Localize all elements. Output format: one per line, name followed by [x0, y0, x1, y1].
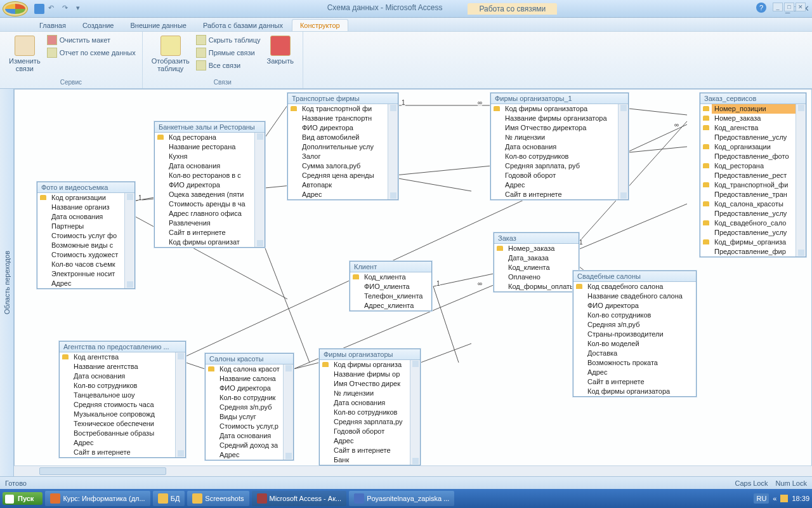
field[interactable]: Востребованные образы — [71, 429, 175, 438]
taskbar-item[interactable]: Screenshots — [187, 491, 249, 506]
field[interactable]: Дата_заказа — [506, 253, 579, 263]
field[interactable]: Электронные носит — [49, 269, 124, 279]
field[interactable]: Адрес — [49, 279, 124, 288]
field[interactable]: ФИО директора — [217, 384, 283, 393]
field[interactable]: Вид автомобилей — [299, 133, 388, 142]
field[interactable]: Оцека заведения (пяти — [166, 190, 254, 199]
field[interactable]: Адрес_клиента — [362, 301, 431, 311]
field[interactable]: Кол-во ресторанов в с — [166, 171, 254, 180]
table-header[interactable]: Фирмы организаторы_1 — [491, 93, 628, 104]
taskbar-item[interactable]: БД — [153, 491, 185, 506]
tab-external[interactable]: Внешние данные — [123, 20, 194, 31]
table-org1[interactable]: Фирмы организаторы_1 Код фирмы организат… — [490, 93, 629, 200]
field[interactable]: Кол-во сотрудников — [502, 152, 618, 161]
field[interactable]: Кол-во моделей — [585, 339, 696, 349]
field[interactable]: Возможность проката — [585, 358, 696, 368]
field-pk[interactable]: Код_клиента — [362, 272, 431, 282]
field-pk[interactable]: Номер_заказа — [506, 244, 579, 253]
field[interactable]: Предоставление_рест — [712, 171, 796, 180]
field[interactable]: Предоставление_услу — [712, 209, 796, 218]
field-pk[interactable]: Код ресторана — [166, 133, 254, 142]
field[interactable]: Сайт в интернете — [331, 446, 410, 455]
field[interactable]: Залог — [299, 152, 388, 161]
field[interactable]: Дата основания — [49, 212, 124, 222]
table-org[interactable]: Фирмы организаторы Код фирмы организа На… — [319, 349, 421, 465]
navigation-pane-collapsed[interactable]: Область переходов — [0, 89, 14, 476]
scrollbar[interactable] — [796, 104, 806, 257]
field[interactable]: Возможные виды с — [49, 241, 124, 250]
relationships-canvas[interactable]: 1 ∞ 1 ∞ 1 ∞ 1 Фото и видеосъемка Код орг… — [14, 89, 812, 476]
field-pk[interactable]: Код транспортной фи — [299, 104, 388, 114]
field[interactable]: Развлечения — [166, 218, 254, 228]
office-button[interactable] — [3, 1, 28, 17]
field-pk[interactable]: Код салона красот — [217, 364, 283, 374]
tray-icon[interactable] — [780, 495, 788, 502]
scrollbar[interactable] — [283, 364, 293, 460]
field[interactable]: Код фирмы организатора — [585, 387, 696, 396]
table-client[interactable]: Клиент Код_клиента ФИО_клиента Телефон_к… — [350, 261, 432, 311]
mdi-close-icon[interactable]: ✕ — [796, 3, 806, 11]
field[interactable]: Название ресторана — [166, 142, 254, 152]
hide-table-button[interactable]: Скрыть таблицу — [196, 34, 261, 46]
field[interactable]: Дата основания — [217, 431, 283, 441]
table-banquet[interactable]: Банкетные залы и Рестораны Код ресторана… — [154, 121, 265, 248]
field[interactable]: Код_фирмы_организа — [712, 237, 796, 247]
clear-layout-button[interactable]: Очистить макет — [47, 34, 136, 46]
tab-dbtools[interactable]: Работа с базами данных — [195, 20, 291, 31]
clock[interactable]: 18:39 — [792, 495, 809, 502]
field[interactable]: Музыкальное сопровожд — [71, 410, 175, 419]
field[interactable]: Предоставление_услу — [712, 133, 796, 142]
language-indicator[interactable]: RU — [754, 493, 769, 504]
horizontal-scrollbar[interactable] — [14, 465, 812, 476]
field[interactable]: Кол-во сотрудников — [331, 408, 410, 417]
field[interactable]: Средняя з/п,руб — [585, 320, 696, 330]
table-wedding[interactable]: Свадебные салоны Код свадебного салона Н… — [573, 271, 697, 397]
field[interactable]: Название фирмы ор — [331, 370, 410, 379]
start-button[interactable]: Пуск — [3, 492, 43, 505]
field[interactable]: Виды услуг — [217, 412, 283, 422]
field[interactable]: ФИО директора — [166, 180, 254, 190]
field[interactable]: ФИО директора — [585, 301, 696, 311]
field[interactable]: Средняя стоимость часа — [71, 400, 175, 410]
field[interactable]: Код_ресторана — [712, 161, 796, 171]
field[interactable]: Адрес — [502, 180, 618, 190]
field[interactable]: Адрес главного офиса — [166, 209, 254, 218]
field[interactable]: Оплачено — [506, 272, 579, 282]
field[interactable]: Имя Отчество дирек — [331, 379, 410, 389]
field-pk[interactable]: Код фирмы организатора — [502, 104, 618, 114]
table-salon[interactable]: Салоны красоты Код салона красот Названи… — [205, 353, 294, 460]
save-icon[interactable] — [34, 4, 44, 14]
field[interactable]: Кухня — [166, 152, 254, 161]
field[interactable]: Код_агенства — [712, 123, 796, 133]
table-order[interactable]: Заказ Номер_заказа Дата_заказа Код_клиен… — [494, 232, 579, 292]
all-relationships-button[interactable]: Все связи — [196, 60, 261, 71]
field-pk[interactable]: Код свадебного салона — [585, 282, 696, 291]
table-header[interactable]: Фирмы организаторы — [320, 349, 420, 360]
field[interactable]: Дополнительные услу — [299, 142, 388, 152]
scrollbar[interactable] — [175, 352, 185, 457]
close-button[interactable]: Закрыть — [265, 34, 296, 66]
field[interactable]: Предоставление_фото — [712, 152, 796, 161]
table-zakaz-servisov[interactable]: Заказ_сервисов Номер_позиции Номер_заказ… — [700, 93, 806, 257]
field[interactable]: Дата основания — [71, 371, 175, 381]
field[interactable]: Стоимость художест — [49, 250, 124, 260]
field[interactable]: Танцевальное шоу — [71, 391, 175, 400]
table-header[interactable]: Транспортые фирмы — [288, 93, 398, 104]
scrollbar[interactable] — [388, 104, 398, 199]
field[interactable]: ФИО директора — [299, 123, 388, 133]
tab-create[interactable]: Создание — [75, 20, 122, 31]
field[interactable]: Партнеры — [49, 222, 124, 231]
undo-icon[interactable]: ↶ — [48, 4, 58, 14]
table-transport[interactable]: Транспортые фирмы Код транспортной фи На… — [287, 93, 398, 200]
field[interactable]: Адрес — [299, 190, 388, 199]
table-header[interactable]: Клиент — [350, 262, 431, 272]
relationship-report-button[interactable]: Отчет по схеме данных — [47, 47, 136, 58]
table-photo[interactable]: Фото и видеосъемка Код организации Назва… — [37, 182, 135, 289]
field[interactable]: Код_организации — [712, 142, 796, 152]
field[interactable]: Дата основания — [502, 142, 618, 152]
field[interactable]: Сайт в интернете — [502, 190, 618, 199]
table-agency[interactable]: Агентства по предоставлению ... Код аген… — [59, 341, 186, 458]
field[interactable]: Техническое обеспечени — [71, 419, 175, 429]
scrollbar[interactable] — [254, 133, 265, 247]
field[interactable]: Номер_заказа — [712, 114, 796, 123]
